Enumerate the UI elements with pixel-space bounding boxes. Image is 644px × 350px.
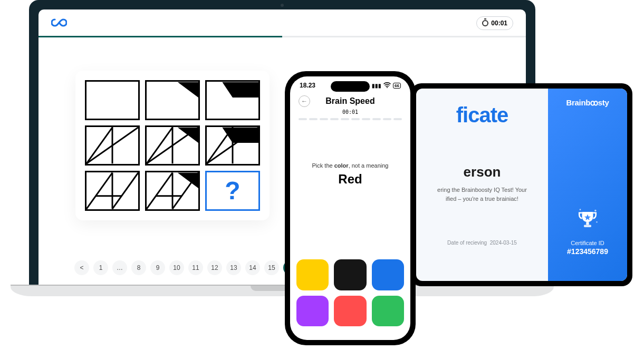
puzzle-cell-5 — [145, 125, 200, 166]
puzzle-cell-1 — [85, 80, 140, 120]
progress-seg — [330, 118, 339, 120]
phone-header: ← Brain Speed — [290, 91, 410, 108]
question-mark-icon: ? — [225, 176, 240, 205]
laptop-base — [11, 285, 554, 296]
battery-icon: 66 — [393, 83, 401, 89]
svg-rect-17 — [584, 225, 591, 227]
color-purple[interactable] — [296, 296, 329, 326]
progress-seg — [372, 118, 381, 120]
puzzle-grid: ? — [75, 71, 270, 220]
page-ellipsis: … — [112, 260, 127, 275]
color-blue[interactable] — [372, 259, 404, 290]
progress-seg — [383, 118, 391, 120]
phone-device: 18.23 ▮▮▮ 66 ← Brain Speed 00:01 Pick th… — [285, 71, 416, 345]
svg-marker-1 — [222, 82, 258, 97]
progress-segments — [290, 115, 410, 120]
progress-fill — [39, 36, 282, 37]
page-8[interactable]: 8 — [131, 260, 146, 275]
svg-point-22 — [387, 87, 388, 88]
svg-rect-16 — [586, 222, 589, 225]
certificate-recipient: erson — [426, 164, 539, 180]
svg-line-9 — [112, 172, 138, 209]
status-time: 18.23 — [300, 82, 315, 89]
progress-seg — [351, 118, 360, 120]
page-12[interactable]: 12 — [207, 260, 222, 275]
page-prev[interactable]: < — [74, 260, 89, 275]
trophy-block: Certificate ID #123456789 — [567, 208, 608, 271]
tablet-device: ficate erson ering the Brainboosty IQ Te… — [411, 83, 632, 286]
progress-seg — [320, 118, 328, 120]
color-red[interactable] — [334, 296, 366, 326]
page-13[interactable]: 13 — [226, 260, 241, 275]
svg-line-8 — [86, 172, 112, 209]
certificate-body: ficate erson ering the Brainboosty IQ Te… — [416, 89, 548, 281]
page-14[interactable]: 14 — [245, 260, 260, 275]
trophy-icon — [576, 208, 599, 230]
timer-value: 00:01 — [491, 20, 507, 27]
progress-seg — [341, 118, 349, 120]
puzzle-cell-7 — [85, 171, 140, 211]
svg-marker-0 — [178, 82, 198, 97]
wifi-icon — [383, 82, 391, 89]
page-9[interactable]: 9 — [150, 260, 165, 275]
stimulus-word: Red — [290, 172, 410, 187]
color-yellow[interactable] — [296, 259, 329, 290]
app-header: 00:01 — [39, 9, 526, 36]
instruction-text: Pick the color, not a meaning — [290, 162, 410, 169]
certificate: ficate erson ering the Brainboosty IQ Te… — [416, 89, 627, 281]
page-10[interactable]: 10 — [169, 260, 184, 275]
color-black[interactable] — [334, 259, 366, 290]
certificate-title: ficate — [426, 103, 539, 127]
puzzle-cell-8 — [145, 171, 200, 211]
cert-id-value: #123456789 — [567, 247, 608, 256]
progress-bar — [39, 36, 526, 37]
svg-line-13 — [147, 172, 172, 209]
svg-point-20 — [594, 210, 597, 212]
svg-point-21 — [596, 221, 598, 223]
puzzle-cell-4 — [85, 125, 140, 166]
page-11[interactable]: 11 — [188, 260, 203, 275]
certificate-date: Date of recieving 2024-03-15 — [426, 240, 539, 246]
puzzle-cell-2 — [145, 80, 200, 120]
arrow-left-icon: ← — [301, 98, 307, 105]
stopwatch-icon — [482, 20, 488, 26]
certificate-sidebar: Brainbꝏsty Certificate ID #123456789 — [548, 89, 627, 281]
certificate-description: ering the Brainboosty IQ Test! Your ifie… — [426, 186, 539, 203]
signal-icon: ▮▮▮ — [372, 83, 381, 89]
progress-seg — [299, 118, 307, 120]
puzzle-cell-6 — [205, 125, 260, 166]
progress-seg — [309, 118, 318, 120]
puzzle-cell-3 — [205, 80, 260, 120]
back-button[interactable]: ← — [299, 95, 310, 107]
game-timer: 00:01 — [290, 109, 410, 115]
page-1[interactable]: 1 — [93, 260, 108, 275]
infinity-logo-icon — [51, 16, 67, 31]
laptop-camera — [281, 4, 284, 7]
brand-logo: Brainbꝏsty — [566, 98, 609, 108]
svg-point-19 — [580, 209, 581, 210]
progress-seg — [393, 118, 402, 120]
screen-title: Brain Speed — [325, 96, 374, 106]
color-grid — [290, 251, 410, 340]
progress-seg — [362, 118, 370, 120]
cert-id-label: Certificate ID — [571, 240, 604, 246]
brain-speed-app: 18.23 ▮▮▮ 66 ← Brain Speed 00:01 Pick th… — [290, 76, 410, 340]
status-right: ▮▮▮ 66 — [372, 82, 401, 89]
color-green[interactable] — [372, 296, 404, 326]
puzzle-answer-cell[interactable]: ? — [205, 171, 260, 211]
dynamic-island — [331, 81, 370, 92]
timer-chip: 00:01 — [476, 16, 513, 30]
page-15[interactable]: 15 — [264, 260, 279, 275]
